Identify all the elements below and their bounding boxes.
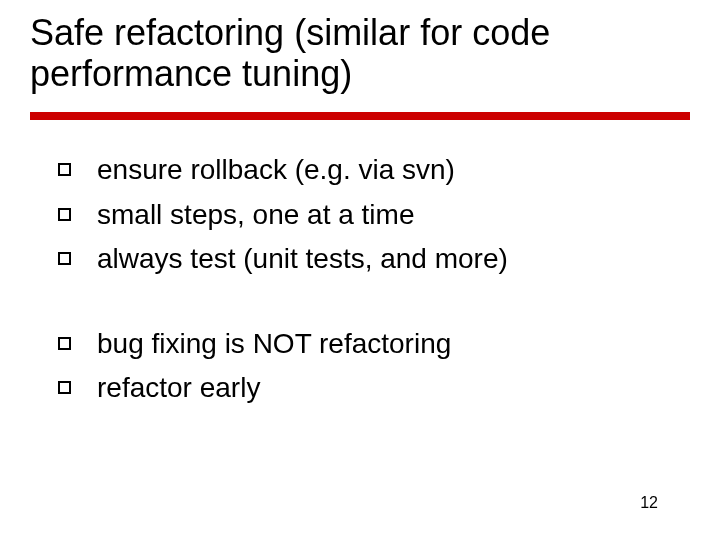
title-underline — [30, 112, 690, 120]
square-bullet-icon — [58, 163, 71, 176]
list-item: bug fixing is NOT refactoring — [58, 324, 680, 365]
list-item-text: refactor early — [97, 368, 680, 409]
square-bullet-icon — [58, 208, 71, 221]
list-item-text: bug fixing is NOT refactoring — [97, 324, 680, 365]
list-item-text: small steps, one at a time — [97, 195, 680, 236]
square-bullet-icon — [58, 337, 71, 350]
slide: Safe refactoring (similar for code perfo… — [0, 0, 720, 540]
spacer — [58, 284, 680, 324]
square-bullet-icon — [58, 381, 71, 394]
list-item: small steps, one at a time — [58, 195, 680, 236]
slide-title: Safe refactoring (similar for code perfo… — [30, 12, 690, 95]
page-number: 12 — [640, 494, 658, 512]
list-item-text: ensure rollback (e.g. via svn) — [97, 150, 680, 191]
list-item: ensure rollback (e.g. via svn) — [58, 150, 680, 191]
list-item: refactor early — [58, 368, 680, 409]
list-item-text: always test (unit tests, and more) — [97, 239, 680, 280]
square-bullet-icon — [58, 252, 71, 265]
list-item: always test (unit tests, and more) — [58, 239, 680, 280]
slide-body: ensure rollback (e.g. via svn) small ste… — [58, 150, 680, 413]
